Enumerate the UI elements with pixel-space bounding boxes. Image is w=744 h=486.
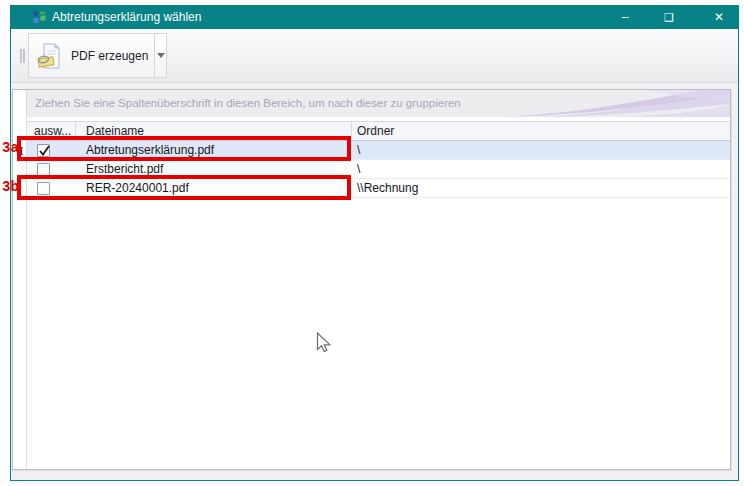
ordner-cell: \ [352,160,730,178]
caret-down-icon [157,53,165,58]
decorative-swoosh [500,90,730,117]
row-checkbox-unchecked[interactable] [37,163,50,176]
close-button[interactable]: ✕ [704,6,734,29]
pdf-document-icon [37,43,63,69]
screenshot-canvas: Abtretungserklärung wählen – ❑ ✕ [0,0,744,486]
annotation-label-3b: 3b [2,179,19,195]
pdf-button-group: PDF erzeugen [28,33,167,78]
column-header-ordner[interactable]: Ordner [352,122,730,140]
app-icon [33,11,46,24]
pdf-dropdown-button[interactable] [154,34,166,77]
ordner-cell: \ [352,141,730,159]
annotation-label-3a: 3a [2,140,19,156]
annotation-box-3b [17,175,351,200]
mouse-cursor-icon [316,332,332,354]
group-panel-hint: Ziehen Sie eine Spaltenüberschrift in di… [35,90,461,117]
pdf-erzeugen-button[interactable]: PDF erzeugen [29,34,154,77]
toolbar: PDF erzeugen [11,29,738,83]
group-by-panel[interactable]: Ziehen Sie eine Spaltenüberschrift in di… [27,90,730,117]
annotation-box-3a [17,136,351,161]
minimize-button[interactable]: – [610,6,640,29]
maximize-button[interactable]: ❑ [654,6,684,29]
ordner-cell: \\Rechnung [352,179,730,197]
toolbar-grip[interactable] [20,49,25,63]
window-title: Abtretungserklärung wählen [52,10,201,24]
pdf-button-label: PDF erzeugen [71,49,148,63]
titlebar: Abtretungserklärung wählen – ❑ ✕ [11,6,738,29]
